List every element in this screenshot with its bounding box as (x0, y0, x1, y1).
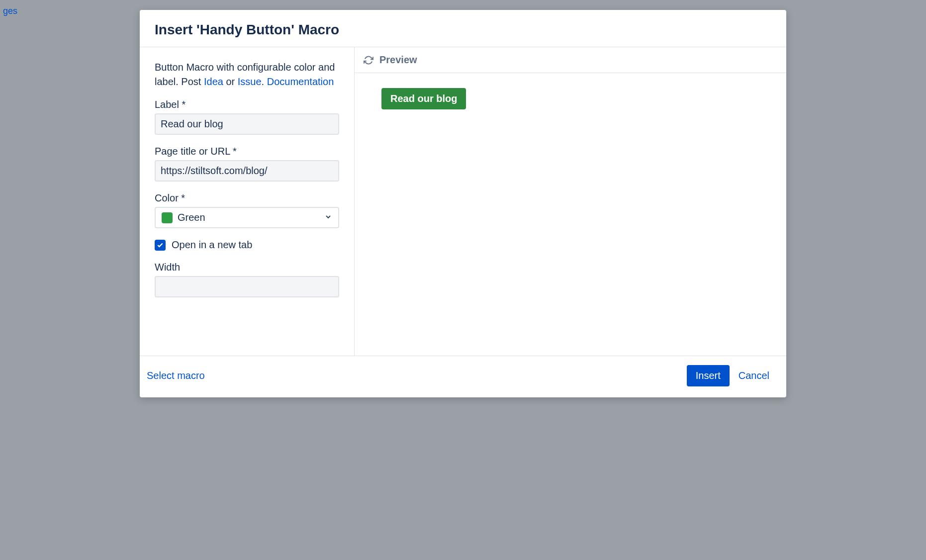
dialog-title: Insert 'Handy Button' Macro (155, 22, 771, 38)
description-period: . (262, 76, 267, 87)
new-tab-label: Open in a new tab (172, 239, 252, 251)
insert-button[interactable]: Insert (687, 365, 730, 386)
footer-actions: Insert Cancel (687, 365, 771, 386)
preview-header: Preview (355, 47, 786, 73)
refresh-icon[interactable] (364, 55, 373, 65)
url-input[interactable] (155, 160, 339, 182)
color-select-value: Green (162, 212, 205, 223)
color-select[interactable]: Green (155, 207, 339, 228)
width-field-label: Width (155, 262, 339, 273)
color-field-label: Color * (155, 192, 339, 204)
color-selected-text: Green (178, 212, 205, 223)
idea-link[interactable]: Idea (204, 76, 223, 87)
label-field-label: Label * (155, 99, 339, 110)
url-field-group: Page title or URL * (155, 146, 339, 182)
issue-link[interactable]: Issue (238, 76, 262, 87)
macro-dialog: Insert 'Handy Button' Macro Button Macro… (140, 10, 786, 397)
description-or: or (223, 76, 238, 87)
dialog-body: Button Macro with configurable color and… (140, 47, 786, 356)
dialog-footer: Select macro Insert Cancel (140, 356, 786, 397)
width-field-group: Width (155, 262, 339, 297)
dialog-header: Insert 'Handy Button' Macro (140, 10, 786, 47)
chevron-down-icon (324, 212, 332, 223)
color-swatch (162, 212, 173, 223)
cancel-button[interactable]: Cancel (737, 365, 771, 386)
macro-description: Button Macro with configurable color and… (155, 60, 339, 89)
new-tab-checkbox[interactable] (155, 240, 166, 251)
select-macro-link[interactable]: Select macro (147, 370, 205, 381)
form-panel: Button Macro with configurable color and… (140, 47, 355, 356)
preview-title: Preview (379, 54, 417, 66)
url-field-label: Page title or URL * (155, 146, 339, 157)
background-nav-fragment: ges (0, 4, 20, 18)
color-field-group: Color * Green (155, 192, 339, 228)
preview-body: Read our blog (355, 73, 786, 124)
width-input[interactable] (155, 276, 339, 297)
preview-button[interactable]: Read our blog (381, 88, 466, 109)
label-field-group: Label * (155, 99, 339, 135)
label-input[interactable] (155, 113, 339, 135)
documentation-link[interactable]: Documentation (267, 76, 334, 87)
new-tab-field-group: Open in a new tab (155, 239, 339, 251)
preview-panel: Preview Read our blog (355, 47, 786, 356)
